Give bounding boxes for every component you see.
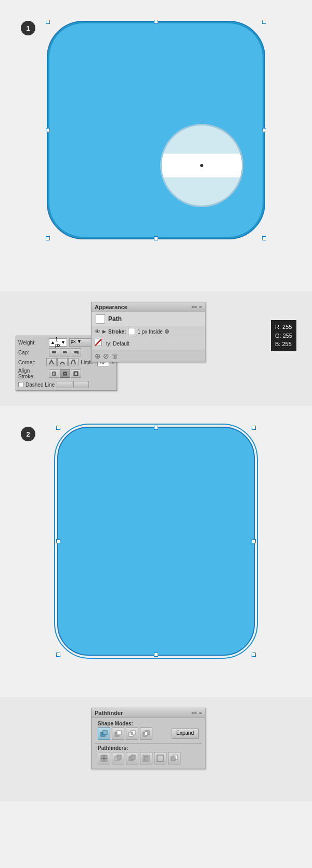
cap-label: Cap:	[18, 350, 47, 355]
dashed-label: Dashed Line	[25, 382, 55, 388]
visibility-icon[interactable]: 👁	[95, 328, 100, 335]
exclude-btn[interactable]	[140, 727, 152, 740]
corner-miter-btn[interactable]	[46, 358, 57, 366]
svg-rect-30	[157, 755, 163, 761]
tooltip-g: G: 255	[275, 331, 292, 340]
divide-btn[interactable]	[98, 752, 110, 764]
icon-1[interactable]: ⊕	[95, 352, 101, 360]
appearance-title: Appearance	[95, 304, 127, 310]
dashed-row: Dashed Line	[18, 381, 114, 388]
pf-panel-controls: << ≡	[191, 710, 202, 716]
dashed-buttons	[57, 381, 89, 388]
crop-btn[interactable]	[140, 752, 152, 764]
svg-rect-4	[77, 351, 79, 354]
align-btn-group	[49, 369, 81, 378]
svg-rect-14	[117, 731, 121, 735]
stroke-swatch[interactable]	[128, 328, 135, 335]
cap-square-btn[interactable]	[71, 348, 81, 356]
svg-rect-20	[145, 732, 147, 735]
stroke-value: 1 px Inside	[137, 329, 162, 335]
handle2-ml	[56, 539, 60, 543]
panel-controls: << ≡	[191, 304, 202, 310]
minus-back-btn[interactable]	[168, 752, 180, 764]
collapse-icon[interactable]: <<	[191, 304, 197, 310]
intersect-btn[interactable]	[126, 727, 138, 740]
align-center-btn[interactable]	[49, 369, 59, 378]
expand-arrow[interactable]: ▶	[102, 329, 106, 334]
menu-icon[interactable]: ≡	[199, 304, 202, 310]
svg-rect-9	[74, 372, 77, 375]
svg-rect-8	[64, 373, 66, 375]
unite-btn[interactable]	[98, 727, 110, 740]
align-outside-btn[interactable]	[71, 369, 81, 378]
stroke-connector	[165, 329, 169, 334]
rounded-rect-canvas-2	[57, 427, 255, 656]
section-pathfinder: Pathfinder << ≡ Shape Modes:	[0, 697, 312, 801]
pathfinder-panel: Pathfinder << ≡ Shape Modes:	[91, 708, 205, 769]
outer-border	[54, 424, 258, 659]
align-row: Align Stroke:	[18, 368, 114, 379]
step-badge-2: 2	[21, 427, 35, 441]
rounded-rect-canvas-1	[47, 21, 265, 239]
panel-icons-row: ⊕ ⊘ 🗑	[92, 350, 205, 362]
merge-btn[interactable]	[126, 752, 138, 764]
trim-btn[interactable]	[112, 752, 124, 764]
handle2-tr	[252, 426, 256, 430]
expand-button[interactable]: Expand	[172, 729, 199, 739]
pathfinder-content: Shape Modes:	[92, 718, 205, 769]
icon-2[interactable]: ⊘	[103, 352, 109, 360]
icon-3[interactable]: 🗑	[111, 352, 119, 360]
minus-front-btn[interactable]	[112, 727, 124, 740]
svg-rect-17	[131, 732, 133, 735]
handle2-tc	[154, 426, 158, 430]
handle2-bl	[56, 653, 60, 657]
stripe-dot	[200, 164, 203, 167]
align-label: Align Stroke:	[18, 368, 47, 379]
pathfinder-title-bar: Pathfinder << ≡	[92, 708, 205, 718]
handle-tr	[262, 20, 266, 24]
svg-point-2	[65, 351, 67, 353]
corner-bevel-btn[interactable]	[68, 358, 79, 366]
svg-rect-27	[131, 755, 135, 759]
pathfinders-buttons	[95, 751, 202, 767]
weight-select[interactable]: px ▼	[69, 338, 93, 347]
step-badge-1: 1	[21, 21, 35, 35]
outline-btn[interactable]	[154, 752, 166, 764]
corner-label: Corner:	[18, 360, 44, 365]
corner-btn-group	[46, 358, 79, 366]
svg-rect-0	[52, 351, 56, 353]
opacity-label: ty: Default	[106, 341, 129, 347]
stroke-label: Stroke:	[108, 329, 126, 335]
handle2-tl	[56, 426, 60, 430]
pf-collapse-icon[interactable]: <<	[191, 710, 197, 716]
svg-rect-3	[74, 351, 78, 353]
panel-path-row: Path	[92, 312, 205, 326]
handle-bl	[46, 236, 50, 240]
cap-round-btn[interactable]	[60, 348, 70, 356]
align-inside-btn[interactable]	[60, 369, 70, 378]
dash-pattern-1[interactable]	[57, 381, 72, 388]
handle2-bc	[154, 653, 158, 657]
handle2-br	[252, 653, 256, 657]
corner-round-btn[interactable]	[57, 358, 68, 366]
weight-input[interactable]: ▲ 1 px ▼	[49, 338, 67, 347]
path-icon	[96, 314, 105, 324]
svg-rect-25	[117, 755, 121, 759]
handle-tc	[154, 20, 158, 24]
tooltip-r: R: 255	[275, 323, 292, 331]
dash-pattern-2[interactable]	[73, 381, 89, 388]
appearance-title-bar: Appearance << ≡	[92, 302, 205, 312]
fill-swatch[interactable]	[95, 339, 104, 348]
dashed-checkbox[interactable]	[18, 382, 23, 387]
cap-butt-btn[interactable]	[49, 348, 59, 356]
section-3: 2	[0, 406, 312, 697]
circle-element	[160, 124, 243, 207]
shape-modes-label: Shape Modes:	[95, 720, 136, 727]
handle-br	[262, 236, 266, 240]
tooltip-b: B: 255	[275, 340, 292, 349]
color-tooltip: R: 255 G: 255 B: 255	[271, 320, 296, 351]
pf-menu-icon[interactable]: ≡	[199, 710, 202, 716]
pathfinder-title: Pathfinder	[95, 710, 123, 716]
svg-rect-32	[171, 757, 175, 761]
handle-tl	[46, 20, 50, 24]
